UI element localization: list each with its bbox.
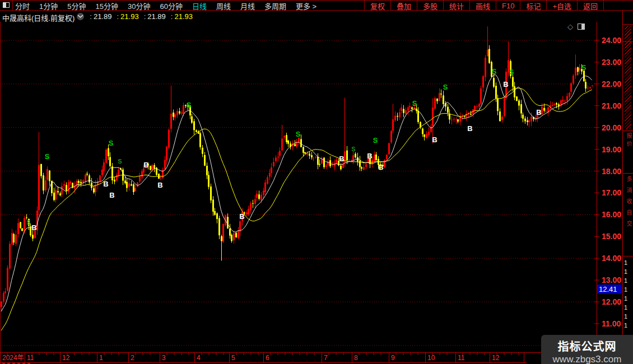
candle-body: [287, 141, 289, 144]
candle-body: [20, 222, 21, 228]
candle-body: [80, 182, 82, 183]
candle-body: [141, 171, 143, 177]
candle-body: [352, 155, 354, 161]
candle-body: [530, 116, 532, 122]
candle-body: [417, 111, 419, 122]
candle-body: [309, 153, 310, 156]
candle-body: [7, 268, 8, 291]
candle-body: [252, 203, 254, 204]
candle-body: [170, 114, 172, 129]
signal-buy-label: B: [339, 155, 344, 163]
candle-body: [214, 211, 216, 215]
signal-buy-label: B: [432, 136, 437, 144]
candle-body: [436, 99, 438, 101]
candle-body: [281, 138, 283, 150]
side-panel-quote-digits: 11111111: [624, 258, 627, 330]
candle-body: [304, 152, 306, 153]
candle-body: [131, 184, 132, 185]
candle-body: [32, 235, 34, 239]
candle-body: [518, 100, 520, 105]
candle-body: [359, 161, 361, 167]
watermark: 指标公式网 www.zbgs3.com: [541, 335, 633, 364]
x-axis-label: 3: [162, 354, 166, 362]
candlestick-chart[interactable]: SSSSSSSSSSSSSBBBBBBBBBBBBB24.0023.0022.0…: [0, 0, 633, 364]
candle-body: [579, 68, 580, 70]
candle-body: [134, 188, 136, 191]
candle-body: [227, 217, 229, 228]
candle-body: [46, 169, 48, 180]
candle-body: [238, 231, 239, 239]
candle-body: [286, 135, 287, 142]
y-axis-label: 14.00: [602, 254, 621, 263]
candle-body: [45, 180, 46, 190]
candle-body: [426, 134, 427, 138]
signal-sell-label: S: [118, 158, 122, 165]
side-panel-edge[interactable]: 报价多消收自交11111111: [622, 11, 633, 364]
candle-body: [432, 108, 434, 126]
y-axis-label: 24.00: [602, 36, 621, 45]
candle-body: [319, 164, 320, 165]
candle-body: [24, 218, 25, 231]
candle-body: [210, 186, 212, 200]
candle-body: [488, 49, 490, 63]
candle-body: [273, 162, 274, 166]
candle-body: [55, 190, 57, 199]
candle-body: [66, 185, 67, 190]
watermark-title: 指标公式网: [541, 338, 633, 354]
candle-body: [150, 166, 151, 170]
signal-sell-label: S: [351, 146, 355, 152]
candle-body: [233, 233, 235, 240]
y-axis-label: 18.00: [602, 167, 621, 176]
candle-body: [577, 67, 579, 72]
candle-body: [520, 104, 522, 113]
candle-body: [495, 86, 497, 98]
candle-body: [264, 183, 266, 192]
signal-buy-label: B: [31, 223, 36, 232]
candle-body: [109, 157, 111, 166]
candle-body: [218, 218, 220, 235]
candle-body: [78, 181, 80, 183]
candle-body: [21, 228, 23, 231]
y-axis-label: 19.00: [602, 145, 621, 154]
side-panel-vtext: 多消收自交: [625, 176, 633, 232]
candle-body: [108, 148, 109, 156]
candle-body: [589, 87, 591, 88]
candle-body: [168, 130, 170, 148]
candle-body: [388, 143, 390, 155]
side-panel-vtext: 报价: [625, 133, 633, 148]
ma-fast-line: [1, 74, 592, 311]
candle-body: [277, 157, 279, 158]
candle-body: [394, 116, 396, 120]
candle-body: [222, 224, 224, 242]
signal-buy-label: B: [103, 180, 108, 188]
candle-body: [453, 119, 455, 120]
candle-body: [570, 83, 572, 92]
candle-body: [474, 106, 476, 110]
candle-body: [40, 164, 42, 176]
candle-body: [216, 213, 218, 219]
candle-body: [269, 173, 271, 177]
candle-body: [562, 100, 564, 101]
candle-body: [315, 157, 316, 157]
candle-body: [196, 130, 197, 132]
candle-body: [566, 96, 568, 100]
x-axis-label: 11: [458, 354, 465, 362]
candle-body: [248, 209, 249, 214]
candle-body: [26, 217, 27, 218]
candle-body: [470, 114, 472, 114]
candle-body: [351, 160, 352, 160]
candle-body: [363, 167, 365, 170]
candle-body: [176, 111, 178, 115]
candle-body: [260, 195, 262, 200]
candle-body: [151, 165, 153, 169]
candle-body: [72, 183, 73, 187]
candle-body: [552, 105, 553, 106]
candle-body: [390, 131, 392, 142]
candle-body: [357, 157, 359, 162]
candle-body: [208, 175, 210, 187]
candle-body: [401, 108, 402, 111]
candle-body: [365, 164, 367, 167]
candle-body: [86, 174, 88, 175]
candle-body: [250, 203, 252, 210]
candle-body: [497, 99, 499, 111]
